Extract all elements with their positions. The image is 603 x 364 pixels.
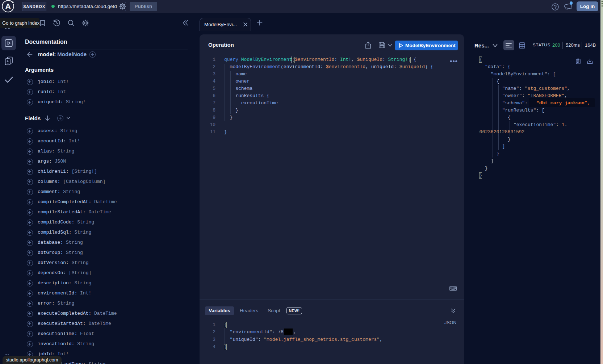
svg-text:A: A [5, 2, 11, 11]
